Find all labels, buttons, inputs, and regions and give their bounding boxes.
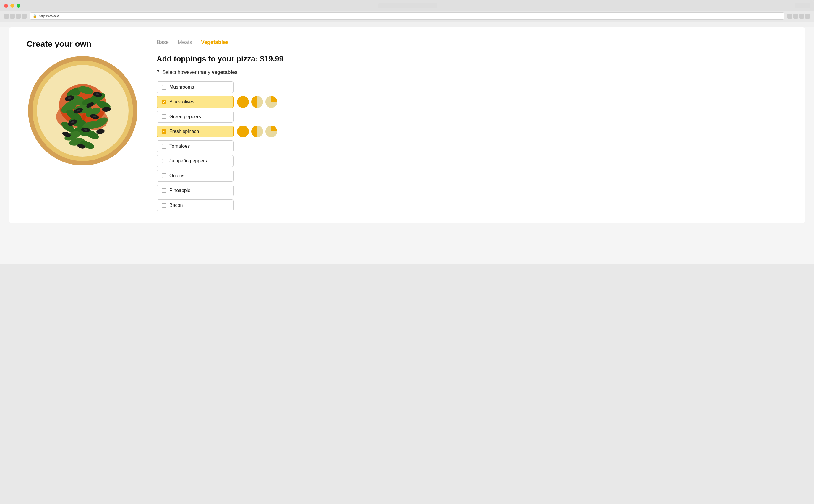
pizza-image bbox=[27, 55, 139, 167]
tab-vegetables[interactable]: Vegetables bbox=[201, 39, 229, 46]
topping-name-pineapple: Pineapple bbox=[169, 188, 190, 193]
url-text: https://www. bbox=[39, 14, 59, 18]
custom-checkbox-pineapple bbox=[162, 188, 166, 193]
custom-checkbox-black-olives: ✓ bbox=[162, 100, 166, 104]
topping-label-mushrooms[interactable]: Mushrooms bbox=[157, 81, 233, 93]
back-button[interactable] bbox=[4, 14, 9, 19]
custom-checkbox-fresh-spinach: ✓ bbox=[162, 129, 166, 134]
pizza-svg bbox=[27, 55, 139, 167]
topping-label-bacon[interactable]: Bacon bbox=[157, 199, 233, 211]
qty-half-fresh-spinach[interactable] bbox=[251, 126, 263, 137]
config-section: Base Meats Vegetables Add toppings to yo… bbox=[157, 39, 787, 211]
topping-name-bacon: Bacon bbox=[169, 203, 183, 208]
topping-row-tomatoes: Tomatoes bbox=[157, 140, 787, 152]
qty-full-fresh-spinach[interactable] bbox=[237, 126, 249, 137]
topping-label-black-olives[interactable]: ✓ Black olives bbox=[157, 96, 233, 108]
browser-toolbar: 🔒 https://www. bbox=[0, 11, 814, 22]
instruction-text: 7. Select however many bbox=[157, 69, 212, 75]
topping-name-onions: Onions bbox=[169, 173, 184, 178]
section-heading: Add toppings to your pizza: $19.99 bbox=[157, 54, 787, 64]
minimize-button[interactable] bbox=[10, 4, 14, 8]
instruction: 7. Select however many vegetables bbox=[157, 69, 787, 75]
checkmark-fresh-spinach: ✓ bbox=[163, 130, 165, 134]
lock-icon: 🔒 bbox=[33, 14, 37, 18]
topping-label-onions[interactable]: Onions bbox=[157, 170, 233, 182]
pizza-section: Create your own bbox=[27, 39, 139, 167]
qty-quarter-fresh-spinach[interactable] bbox=[265, 126, 277, 137]
inner-page: Create your own bbox=[9, 27, 805, 223]
checkmark-black-olives: ✓ bbox=[163, 100, 165, 104]
home-button[interactable] bbox=[22, 14, 27, 19]
extensions-button[interactable] bbox=[787, 14, 792, 19]
topping-row-onions: Onions bbox=[157, 170, 787, 182]
topping-row-green-peppers: Green peppers bbox=[157, 111, 787, 123]
browser-titlebar bbox=[0, 0, 814, 11]
topping-list: Mushrooms ✓ Black olives bbox=[157, 81, 787, 211]
refresh-button[interactable] bbox=[16, 14, 21, 19]
settings-button[interactable] bbox=[799, 14, 804, 19]
instruction-bold: vegetables bbox=[212, 69, 238, 75]
custom-checkbox-onions bbox=[162, 173, 166, 178]
close-button[interactable] bbox=[4, 4, 8, 8]
tabs: Base Meats Vegetables bbox=[157, 39, 787, 46]
topping-name-green-peppers: Green peppers bbox=[169, 114, 201, 119]
custom-checkbox-tomatoes bbox=[162, 144, 166, 149]
topping-row-fresh-spinach: ✓ Fresh spinach bbox=[157, 126, 787, 137]
custom-checkbox-bacon bbox=[162, 203, 166, 208]
qty-full-black-olives[interactable] bbox=[237, 96, 249, 108]
custom-checkbox-jalapeno-peppers bbox=[162, 159, 166, 163]
topping-row-pineapple: Pineapple bbox=[157, 185, 787, 196]
custom-checkbox-mushrooms bbox=[162, 85, 166, 90]
topping-name-fresh-spinach: Fresh spinach bbox=[169, 129, 199, 134]
topping-label-jalapeno-peppers[interactable]: Jalapeño peppers bbox=[157, 155, 233, 167]
page-content: Create your own bbox=[0, 27, 814, 264]
tab-base[interactable]: Base bbox=[157, 39, 169, 46]
topping-label-fresh-spinach[interactable]: ✓ Fresh spinach bbox=[157, 126, 233, 137]
page-title: Create your own bbox=[27, 39, 91, 49]
topping-name-tomatoes: Tomatoes bbox=[169, 144, 190, 149]
browser-window: 🔒 https://www. Create your own bbox=[0, 0, 814, 264]
topping-label-pineapple[interactable]: Pineapple bbox=[157, 185, 233, 196]
topping-label-green-peppers[interactable]: Green peppers bbox=[157, 111, 233, 123]
tab-meats[interactable]: Meats bbox=[178, 39, 192, 46]
topping-row-bacon: Bacon bbox=[157, 199, 787, 211]
maximize-button[interactable] bbox=[17, 4, 20, 8]
topping-row-black-olives: ✓ Black olives bbox=[157, 96, 787, 108]
qty-selectors-fresh-spinach bbox=[237, 126, 277, 137]
qty-selectors-black-olives bbox=[237, 96, 277, 108]
qty-quarter-black-olives[interactable] bbox=[265, 96, 277, 108]
topping-label-tomatoes[interactable]: Tomatoes bbox=[157, 140, 233, 152]
custom-checkbox-green-peppers bbox=[162, 114, 166, 119]
forward-button[interactable] bbox=[10, 14, 15, 19]
address-bar[interactable]: 🔒 https://www. bbox=[30, 12, 784, 20]
topping-name-jalapeno-peppers: Jalapeño peppers bbox=[169, 158, 207, 164]
topping-name-mushrooms: Mushrooms bbox=[169, 84, 194, 90]
qty-half-black-olives[interactable] bbox=[251, 96, 263, 108]
sidebar-button[interactable] bbox=[805, 14, 810, 19]
menu-button[interactable] bbox=[793, 14, 798, 19]
topping-name-black-olives: Black olives bbox=[169, 99, 194, 105]
topping-row-mushrooms: Mushrooms bbox=[157, 81, 787, 93]
topping-row-jalapeno-peppers: Jalapeño peppers bbox=[157, 155, 787, 167]
